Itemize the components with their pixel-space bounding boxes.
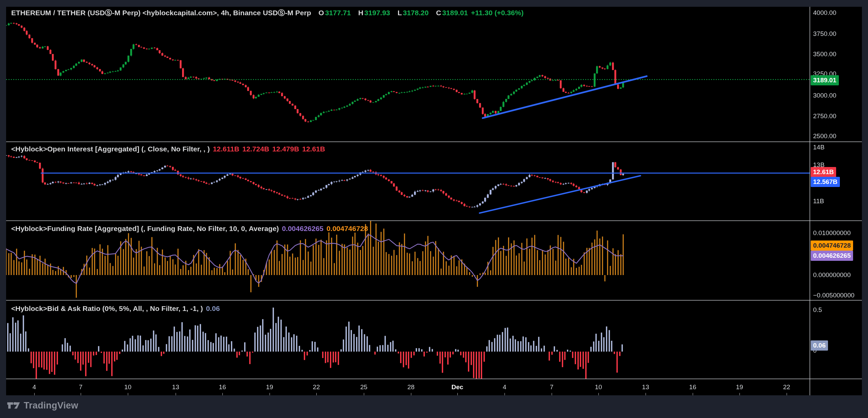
funding-last-value: 0.004746728 — [327, 225, 368, 232]
bid-ask-last-badge: 0.06 — [811, 340, 828, 351]
open-value: 3177.71 — [325, 9, 351, 17]
open-interest-title: <Hyblock>Open Interest [Aggregated] (, C… — [11, 145, 210, 153]
oi-high-value: 12.724B — [242, 145, 269, 153]
high-label: H — [358, 9, 363, 17]
open-interest-legend[interactable]: <Hyblock>Open Interest [Aggregated] (, C… — [11, 145, 325, 153]
last-price-badge: 3189.01 — [811, 75, 839, 85]
bid-ask-last-value: 0.06 — [206, 305, 220, 312]
high-value: 3197.93 — [364, 9, 390, 17]
tradingview-logo[interactable]: TradingView — [7, 400, 78, 411]
open-label: O — [318, 9, 324, 17]
funding-average-value: 0.004626265 — [282, 225, 323, 232]
symbol-title: ETHEREUM / TETHER (USDⓈ-M Perp) <hyblock… — [11, 9, 311, 17]
price-scale[interactable] — [810, 7, 862, 379]
tradingview-logo-icon — [7, 400, 20, 411]
close-label: C — [436, 9, 441, 17]
time-scale[interactable] — [6, 379, 810, 395]
oi-last-value-badge: 12.61B — [811, 167, 836, 177]
chart-canvas[interactable] — [0, 0, 868, 418]
funding-rate-title: <Hyblock>Funding Rate [Aggregated] (, Fu… — [11, 225, 279, 232]
funding-rate-legend[interactable]: <Hyblock>Funding Rate [Aggregated] (, Fu… — [11, 225, 368, 233]
close-value: 3189.01 — [442, 9, 468, 17]
funding-average-badge: 0.004626265 — [811, 251, 853, 261]
oi-open-value: 12.611B — [213, 145, 239, 153]
oi-line-value-badge: 12.567B — [811, 177, 840, 187]
main-symbol-legend[interactable]: ETHEREUM / TETHER (USDⓈ-M Perp) <hyblock… — [11, 8, 524, 18]
funding-last-badge: 0.004746728 — [811, 241, 853, 251]
oi-low-value: 12.479B — [272, 145, 299, 153]
tradingview-chart-window: ETHEREUM / TETHER (USDⓈ-M Perp) <hyblock… — [0, 0, 868, 418]
change-value: +11.30 (+0.36%) — [471, 9, 524, 17]
low-label: L — [397, 9, 402, 17]
low-value: 3178.20 — [403, 9, 429, 17]
bid-ask-ratio-title: <Hyblock>Bid & Ask Ratio (0%, 5%, All, ,… — [11, 305, 203, 312]
tradingview-logo-text: TradingView — [24, 400, 78, 411]
bid-ask-ratio-legend[interactable]: <Hyblock>Bid & Ask Ratio (0%, 5%, All, ,… — [11, 305, 220, 313]
oi-close-value: 12.61B — [302, 145, 325, 153]
